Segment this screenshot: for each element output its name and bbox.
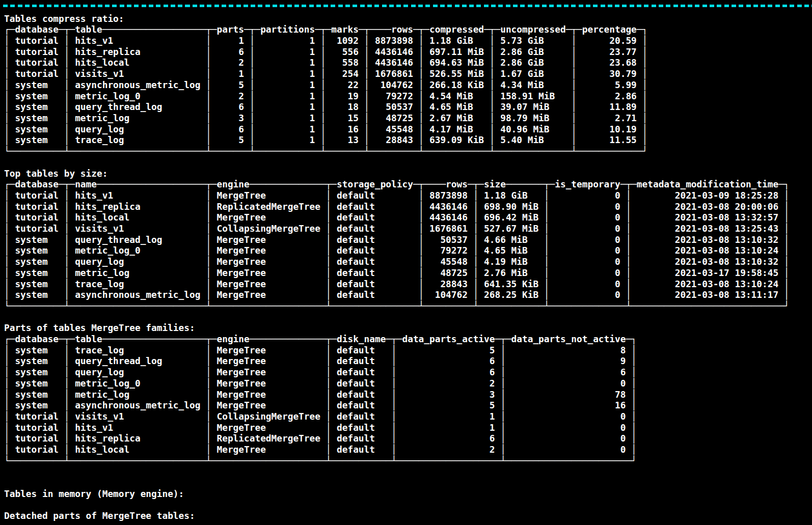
memory-tables-title: Tables in memory (Memory engine): (4, 488, 812, 500)
section-title-top-tables-by-size: Top tables by size: (4, 168, 812, 179)
section-title-mergetree-parts: Parts of tables MergeTree families: (4, 322, 812, 334)
section-top-tables-by-size: Top tables by size: ┌─database─┬─name───… (4, 168, 812, 312)
terminal-output: Tables compress ratio: ┌─database─┬─tabl… (4, 2, 812, 521)
mergetree-parts-table: ┌─database─┬─table───────────────────┬─e… (4, 334, 812, 466)
section-mergetree-parts: Parts of tables MergeTree families: ┌─da… (4, 322, 812, 466)
section-tables-compress-ratio: Tables compress ratio: ┌─database─┬─tabl… (4, 13, 812, 157)
compress-ratio-table: ┌─database─┬─table───────────────────┬─p… (4, 24, 812, 156)
detached-parts-title: Detached parts of MergeTree tables: (4, 510, 812, 521)
top-tables-by-size-table: ┌─database─┬─name────────────────────┬─e… (4, 179, 812, 311)
separator-dashed-line (0, 2, 812, 13)
section-title-compress-ratio: Tables compress ratio: (4, 13, 812, 24)
